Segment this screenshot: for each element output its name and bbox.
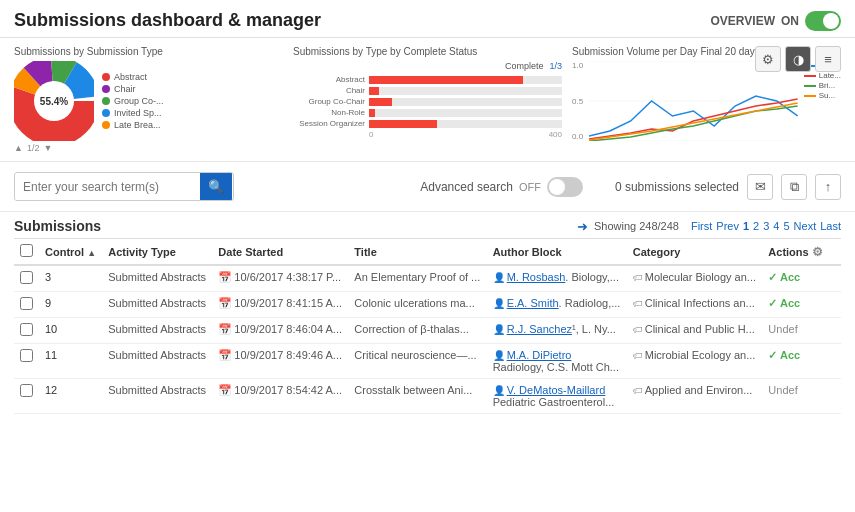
advanced-search-label: Advanced search [420, 180, 513, 194]
search-button[interactable]: 🔍 [200, 173, 232, 200]
pie-nav-down[interactable]: ▼ [43, 143, 52, 153]
row-11-control: 11 [39, 344, 102, 379]
bar-track-abstract [369, 76, 562, 84]
header-control[interactable]: Control ▲ [39, 239, 102, 266]
line-legend-su: Su... [804, 91, 841, 100]
page-last[interactable]: Last [820, 220, 841, 232]
line-legend-label-bri: Bri... [819, 81, 835, 90]
selected-info: 0 submissions selected ✉ ⧉ ↑ [615, 174, 841, 200]
person-icon: 👤 [493, 324, 505, 335]
legend-label-invited: Invited Sp... [114, 108, 162, 118]
row-9-checkbox[interactable] [20, 297, 33, 310]
page-first[interactable]: First [691, 220, 712, 232]
pie-nav: ▲ 1/2 ▼ [14, 143, 283, 153]
bar-track-groupco [369, 98, 562, 106]
pagination: First Prev 1 2 3 4 5 Next Last [691, 220, 841, 232]
table-meta: ➜ Showing 248/248 First Prev 1 2 3 4 5 N… [577, 219, 841, 234]
page-5[interactable]: 5 [783, 220, 789, 232]
page-3[interactable]: 3 [763, 220, 769, 232]
pie-chart-block: Submissions by Submission Type 55.4% Abs… [14, 46, 283, 153]
bar-label-abstract: Abstract [293, 75, 365, 84]
chart-list-button[interactable]: ≡ [815, 46, 841, 72]
pie-nav-up[interactable]: ▲ [14, 143, 23, 153]
page-1[interactable]: 1 [743, 220, 749, 232]
table-row: 9 Submitted Abstracts 📅10/9/2017 8:41:15… [14, 292, 841, 318]
person-icon: 👤 [493, 272, 505, 283]
legend-label-late: Late Brea... [114, 120, 161, 130]
row-11-acc-badge: ✓ Acc [768, 349, 800, 361]
table-row: 12 Submitted Abstracts 📅10/9/2017 8:54:4… [14, 379, 841, 414]
bar-label-chair: Chair [293, 86, 365, 95]
copy-button[interactable]: ⧉ [781, 174, 807, 200]
overview-toggle-area: OVERVIEW ON [711, 11, 841, 31]
row-9-control: 9 [39, 292, 102, 318]
person-icon: 👤 [493, 350, 505, 361]
row-11-checkbox[interactable] [20, 349, 33, 362]
chart-settings-button[interactable]: ⚙ [755, 46, 781, 72]
row-11-action: ✓ Acc [762, 344, 829, 379]
advanced-search-state: OFF [519, 181, 541, 193]
page-2[interactable]: 2 [753, 220, 759, 232]
overview-toggle-switch[interactable] [805, 11, 841, 31]
chart-pie-button[interactable]: ◑ [785, 46, 811, 72]
row-11-author-link[interactable]: M.A. DiPietro [507, 349, 572, 361]
row-3-category: 🏷Molecular Biology an... [627, 265, 763, 292]
legend-group-co: Group Co-... [102, 96, 164, 106]
row-9-author-link[interactable]: E.A. Smith [507, 297, 559, 309]
email-button[interactable]: ✉ [747, 174, 773, 200]
row-10-checkbox[interactable] [20, 323, 33, 336]
row-11-category: 🏷Microbial Ecology an... [627, 344, 763, 379]
pie-center-label: 55.4% [40, 96, 68, 107]
row-3-title: An Elementary Proof of ... [348, 265, 486, 292]
header-date-started: Date Started [212, 239, 348, 266]
row-9-author: 👤E.A. Smith. Radiolog,... [487, 292, 627, 318]
page-header: Submissions dashboard & manager OVERVIEW… [0, 0, 855, 38]
calendar-icon: 📅 [218, 349, 232, 361]
row-10-author-link[interactable]: R.J. Sanchez [507, 323, 572, 335]
row-12-checkbox[interactable] [20, 384, 33, 397]
header-category: Category [627, 239, 763, 266]
export-button[interactable]: ↑ [815, 174, 841, 200]
bar-fill-abstract [369, 76, 523, 84]
advanced-search-toggle[interactable] [547, 177, 583, 197]
row-12-activity: Submitted Abstracts [102, 379, 212, 414]
page-prev[interactable]: Prev [716, 220, 739, 232]
pie-chart-container: 55.4% [14, 61, 94, 141]
bar-row-nonrole: Non-Role [293, 108, 562, 117]
table-row: 11 Submitted Abstracts 📅10/9/2017 8:49:4… [14, 344, 841, 379]
page-4[interactable]: 4 [773, 220, 779, 232]
row-12-author: 👤V. DeMatos-MaillardPediatric Gastroente… [487, 379, 627, 414]
row-12-checkbox-cell [14, 379, 39, 414]
bar-chart-label: Submissions by Type by Complete Status [293, 46, 562, 57]
select-all-checkbox[interactable] [20, 244, 33, 257]
bar-fill-chair [369, 87, 379, 95]
bar-page: 1/3 [549, 61, 562, 71]
row-11-activity: Submitted Abstracts [102, 344, 212, 379]
page-next[interactable]: Next [794, 220, 817, 232]
row-10-control: 10 [39, 318, 102, 344]
calendar-icon: 📅 [218, 271, 232, 283]
bar-row-groupco: Group Co-Chair [293, 97, 562, 106]
line-legend-late: Late... [804, 71, 841, 80]
bar-label-session: Session Organizer [293, 119, 365, 128]
search-section: 🔍 Advanced search OFF 0 submissions sele… [0, 162, 855, 212]
row-10-category: 🏷Clinical and Public H... [627, 318, 763, 344]
legend-invited: Invited Sp... [102, 108, 164, 118]
legend-label-abstract: Abstract [114, 72, 147, 82]
submissions-table: Control ▲ Activity Type Date Started Tit… [14, 238, 841, 414]
row-12-author-link[interactable]: V. DeMatos-Maillard [507, 384, 606, 396]
bar-row-abstract: Abstract [293, 75, 562, 84]
row-3-checkbox-cell [14, 265, 39, 292]
bar-row-chair: Chair [293, 86, 562, 95]
row-10-action: Undef [762, 318, 829, 344]
row-3-author-link[interactable]: M. Rosbash [507, 271, 566, 283]
person-icon: 👤 [493, 298, 505, 309]
showing-icon: ➜ [577, 219, 588, 234]
line-y-axis: 1.0 0.5 0.0 [572, 61, 583, 141]
row-3-checkbox[interactable] [20, 271, 33, 284]
selected-count: 0 submissions selected [615, 180, 739, 194]
line-legend-color-late [804, 75, 816, 77]
search-input[interactable] [15, 174, 200, 200]
table-section: Submissions ➜ Showing 248/248 First Prev… [0, 212, 855, 414]
showing-text: Showing 248/248 [594, 220, 679, 232]
